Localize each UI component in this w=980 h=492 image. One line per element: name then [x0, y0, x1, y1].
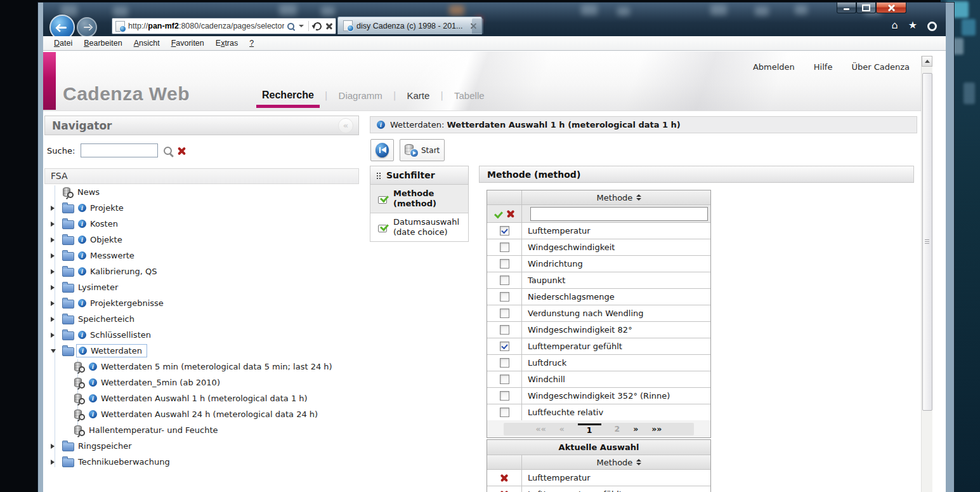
header-cell-methode[interactable]: Methode	[522, 455, 710, 469]
link-hilfe[interactable]: Hilfe	[814, 62, 833, 72]
favorites-star-icon[interactable]: ★	[908, 19, 917, 32]
back-button[interactable]	[49, 15, 75, 36]
browser-tab[interactable]: disy Cadenza (c) 1998 - 201...	[337, 17, 482, 34]
info-icon[interactable]: i	[89, 378, 97, 387]
link-abmelden[interactable]: Abmelden	[753, 62, 795, 72]
header-cell-methode[interactable]: Methode	[522, 190, 710, 204]
menu-item-ansicht[interactable]: Ansicht	[128, 37, 166, 49]
expander-icon[interactable]	[51, 301, 58, 306]
tab-karte[interactable]: Karte	[396, 90, 440, 101]
window-minimize-button[interactable]	[837, 3, 856, 13]
clear-search-icon[interactable]	[178, 147, 186, 155]
reset-button[interactable]	[370, 139, 394, 161]
expander-icon[interactable]	[51, 237, 58, 243]
expander-icon[interactable]	[51, 253, 58, 258]
search-magnifier-icon[interactable]	[164, 147, 172, 155]
address-bar[interactable]: http://pan-mf2:8080/cadenza/pages/select…	[112, 18, 336, 34]
method-checkbox[interactable]	[500, 342, 509, 351]
new-tab-stub[interactable]	[472, 18, 483, 34]
info-icon[interactable]: i	[78, 251, 86, 260]
method-checkbox[interactable]	[500, 243, 509, 252]
tree-item[interactable]: News	[44, 184, 359, 200]
method-checkbox[interactable]	[500, 325, 509, 335]
search-icon[interactable]	[287, 23, 294, 30]
tree-item[interactable]: iObjekte	[44, 232, 359, 248]
stop-icon[interactable]	[326, 23, 332, 29]
tree-item[interactable]: Hallentemperatur- und Feuchte	[44, 422, 359, 438]
expander-icon[interactable]	[51, 269, 58, 274]
method-checkbox[interactable]	[500, 309, 509, 318]
tree-item[interactable]: iSchlüssellisten	[44, 327, 359, 343]
method-checkbox[interactable]	[500, 292, 509, 302]
link-über-cadenza[interactable]: Über Cadenza	[851, 62, 910, 72]
tab-recherche[interactable]: Recherche	[251, 90, 325, 101]
method-checkbox[interactable]	[500, 391, 509, 401]
expander-icon[interactable]	[51, 333, 58, 338]
tree-item[interactable]: iWetterdaten Auswahl 24 h (meterological…	[44, 406, 359, 422]
remove-item-icon[interactable]	[500, 474, 508, 482]
collapse-panel-icon[interactable]: «	[338, 118, 353, 133]
menu-item-extras[interactable]: Extras	[210, 37, 244, 49]
method-checkbox[interactable]	[500, 408, 509, 417]
expander-icon[interactable]	[51, 317, 58, 322]
menu-item-bearbeiten[interactable]: Bearbeiten	[78, 37, 127, 49]
vertical-scrollbar[interactable]	[921, 56, 932, 492]
menu-item-favoriten[interactable]: Favoriten	[166, 37, 210, 49]
sort-icon[interactable]	[636, 459, 641, 465]
info-icon[interactable]: i	[89, 410, 97, 418]
tree-item[interactable]: iProjektergebnisse	[44, 295, 359, 311]
column-filter-input[interactable]	[530, 207, 708, 221]
method-checkbox[interactable]	[500, 358, 509, 368]
expander-icon[interactable]	[51, 460, 58, 465]
tree-item[interactable]: iKalibrierung, QS	[44, 263, 359, 279]
tree-item[interactable]: iProjekte	[44, 200, 359, 216]
tree-item[interactable]: Speicherteich	[44, 311, 359, 327]
tab-diagramm[interactable]: Diagramm	[328, 90, 393, 101]
home-icon[interactable]: ⌂	[892, 19, 898, 32]
tree-item[interactable]: iMesswerte	[44, 248, 359, 263]
pager-arrow[interactable]: »	[633, 424, 638, 434]
grip-icon[interactable]	[376, 172, 381, 179]
tree-item[interactable]: Ringspeicher	[44, 438, 359, 454]
apply-filter-icon[interactable]	[494, 209, 503, 218]
filter-item[interactable]: Datumsauswahl (date choice)	[370, 213, 469, 242]
settings-gear-icon[interactable]	[927, 22, 937, 31]
pager-page[interactable]: 2	[615, 424, 620, 434]
info-icon[interactable]: i	[78, 204, 86, 212]
info-icon[interactable]: i	[78, 299, 86, 307]
window-maximize-button[interactable]	[856, 3, 876, 13]
expander-icon[interactable]	[51, 444, 58, 449]
forward-button[interactable]	[77, 17, 97, 36]
info-icon[interactable]: i	[89, 394, 97, 402]
tab-tabelle[interactable]: Tabelle	[443, 90, 495, 101]
info-icon[interactable]: i	[78, 220, 86, 228]
start-button[interactable]: Start	[400, 139, 445, 161]
sort-icon[interactable]	[636, 194, 641, 201]
clear-filter-icon[interactable]	[507, 210, 514, 218]
tree-item[interactable]: iWetterdaten_5min (ab 2010)	[44, 375, 359, 390]
info-icon[interactable]: i	[89, 362, 97, 371]
expander-icon[interactable]	[51, 285, 58, 290]
menu-item-datei[interactable]: Datei	[48, 37, 78, 49]
scrollbar-thumb[interactable]	[922, 73, 932, 411]
tree-item[interactable]: iWetterdaten Auswahl 1 h (meterological …	[44, 390, 359, 406]
method-checkbox[interactable]	[500, 375, 509, 384]
tree-item[interactable]: iWetterdaten 5 min (meterological data 5…	[44, 359, 359, 375]
refresh-icon[interactable]	[312, 21, 323, 32]
pager-arrow[interactable]: »»	[651, 424, 662, 434]
method-checkbox[interactable]	[500, 276, 509, 285]
tree-item[interactable]: Lysimeter	[44, 279, 359, 295]
scroll-up-button[interactable]	[922, 56, 932, 67]
window-close-button[interactable]	[876, 3, 906, 13]
filter-item[interactable]: Methode (method)	[370, 185, 469, 213]
tree-item[interactable]: iWetterdaten	[44, 343, 359, 359]
info-icon[interactable]: i	[78, 267, 86, 276]
search-input[interactable]	[81, 143, 158, 157]
info-icon[interactable]: i	[78, 331, 86, 339]
tree-item[interactable]: Technikueberwachung	[44, 454, 359, 470]
info-icon[interactable]: i	[79, 347, 87, 355]
tree-item[interactable]: iKosten	[44, 216, 359, 232]
expander-icon[interactable]	[51, 349, 58, 353]
url-dropdown-icon[interactable]	[299, 25, 304, 27]
expander-icon[interactable]	[51, 206, 58, 211]
